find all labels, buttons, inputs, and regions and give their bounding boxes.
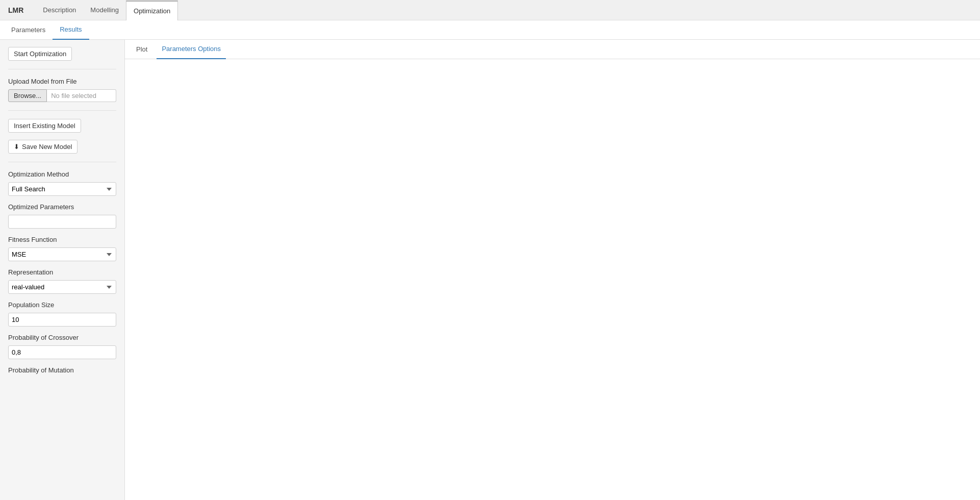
probability-crossover-label: Probability of Crossover bbox=[8, 334, 116, 341]
nav-tab-modelling[interactable]: Modelling bbox=[83, 0, 126, 20]
save-new-model-button[interactable]: ⬇ Save New Model bbox=[8, 140, 78, 154]
fitness-function-section: Fitness Function MSE MAE RMSE bbox=[8, 236, 116, 261]
divider-2 bbox=[8, 110, 116, 111]
tab-parameters-options[interactable]: Parameters Options bbox=[157, 40, 226, 59]
main-split: Start Optimization Upload Model from Fil… bbox=[0, 40, 980, 500]
tab-results[interactable]: Results bbox=[53, 20, 89, 40]
optimized-parameters-section: Optimized Parameters bbox=[8, 203, 116, 229]
right-tab-bar: Plot Parameters Options bbox=[125, 40, 980, 59]
population-size-label: Population Size bbox=[8, 301, 116, 309]
right-content-area bbox=[125, 59, 980, 500]
start-optimization-section: Start Optimization bbox=[8, 47, 116, 61]
file-name-display: No file selected bbox=[47, 89, 116, 102]
optimized-parameters-label: Optimized Parameters bbox=[8, 203, 116, 211]
browse-button[interactable]: Browse... bbox=[8, 89, 47, 102]
representation-section: Representation real-valued binary intege… bbox=[8, 268, 116, 294]
insert-existing-model-button[interactable]: Insert Existing Model bbox=[8, 119, 81, 133]
population-size-input[interactable] bbox=[8, 313, 116, 327]
top-nav: LMR Description Modelling Optimization bbox=[0, 0, 980, 20]
representation-select[interactable]: real-valued binary integer bbox=[8, 280, 116, 294]
insert-model-section: Insert Existing Model bbox=[8, 119, 116, 133]
divider-3 bbox=[8, 162, 116, 162]
left-panel: Start Optimization Upload Model from Fil… bbox=[0, 40, 125, 500]
main-tab-bar: Parameters Results bbox=[0, 20, 980, 40]
save-icon: ⬇ bbox=[14, 143, 19, 151]
save-new-model-label: Save New Model bbox=[22, 143, 72, 151]
upload-model-section: Upload Model from File Browse... No file… bbox=[8, 78, 116, 102]
save-model-section: ⬇ Save New Model bbox=[8, 140, 116, 154]
probability-crossover-section: Probability of Crossover bbox=[8, 334, 116, 359]
nav-tab-description[interactable]: Description bbox=[36, 0, 83, 20]
representation-label: Representation bbox=[8, 268, 116, 276]
probability-mutation-label: Probability of Mutation bbox=[8, 366, 116, 374]
nav-tab-optimization[interactable]: Optimization bbox=[126, 1, 178, 21]
right-panel: Plot Parameters Options bbox=[125, 40, 980, 500]
divider-1 bbox=[8, 69, 116, 69]
tab-plot[interactable]: Plot bbox=[131, 40, 152, 59]
optimization-method-select[interactable]: Full Search Genetic Algorithm Random Sea… bbox=[8, 182, 116, 196]
fitness-function-label: Fitness Function bbox=[8, 236, 116, 243]
upload-model-label: Upload Model from File bbox=[8, 78, 116, 85]
tab-parameters[interactable]: Parameters bbox=[4, 20, 53, 40]
optimization-method-label: Optimization Method bbox=[8, 170, 116, 178]
probability-crossover-input[interactable] bbox=[8, 345, 116, 359]
nav-brand: LMR bbox=[4, 6, 28, 14]
start-optimization-button[interactable]: Start Optimization bbox=[8, 47, 72, 61]
probability-mutation-section: Probability of Mutation bbox=[8, 366, 116, 376]
file-upload-row: Browse... No file selected bbox=[8, 89, 116, 102]
fitness-function-select[interactable]: MSE MAE RMSE bbox=[8, 247, 116, 261]
content-area: Parameters Results Start Optimization Up… bbox=[0, 20, 980, 500]
optimized-parameters-input[interactable] bbox=[8, 215, 116, 229]
population-size-section: Population Size bbox=[8, 301, 116, 327]
optimization-method-section: Optimization Method Full Search Genetic … bbox=[8, 170, 116, 196]
